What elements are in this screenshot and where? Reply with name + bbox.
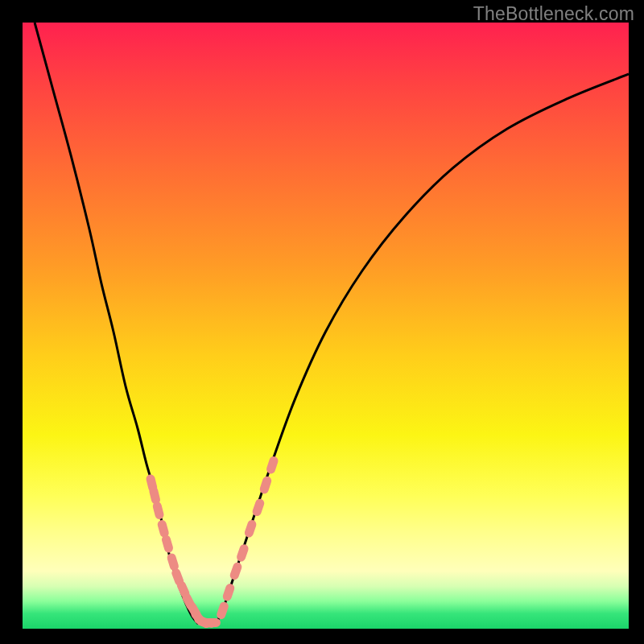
svg-rect-17 (229, 561, 243, 580)
watermark-text: TheBottleneck.com (473, 3, 634, 25)
svg-rect-15 (216, 601, 229, 620)
svg-rect-14 (203, 618, 221, 627)
left-curve (35, 23, 198, 624)
svg-rect-22 (266, 456, 279, 475)
svg-rect-2 (148, 485, 161, 505)
right-curve (217, 74, 629, 622)
svg-rect-21 (258, 475, 272, 494)
svg-rect-19 (243, 519, 258, 539)
svg-rect-18 (236, 543, 250, 563)
chart-container: { "watermark_text": "TheBottleneck.com",… (0, 0, 644, 644)
svg-rect-3 (152, 501, 165, 520)
curve-overlay (23, 23, 629, 629)
svg-rect-16 (221, 583, 235, 602)
svg-rect-6 (166, 552, 180, 572)
svg-rect-20 (251, 497, 266, 517)
highlight-markers-left (145, 473, 221, 629)
plot-area (23, 23, 629, 629)
svg-rect-5 (161, 534, 175, 553)
